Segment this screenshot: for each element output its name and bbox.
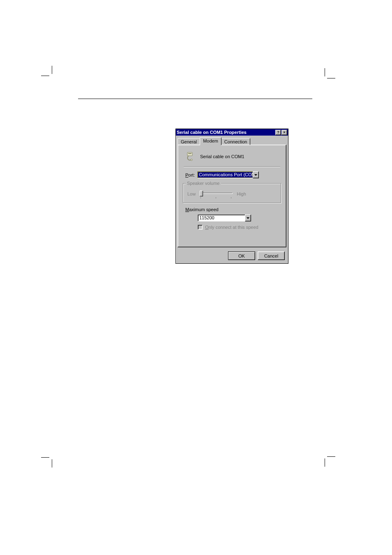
- max-speed-value: 115200: [198, 214, 245, 221]
- speaker-volume-legend: Speaker volume: [186, 181, 221, 186]
- close-icon: ×: [283, 131, 285, 134]
- max-speed-dropdown-button[interactable]: [245, 214, 251, 221]
- speaker-low-label: Low: [187, 191, 196, 196]
- speaker-high-label: High: [237, 191, 246, 196]
- properties-dialog: Serial cable on COM1 Properties ? × Gene…: [175, 129, 288, 264]
- speaker-volume-slider: [200, 190, 233, 198]
- device-name: Serial cable on COM1: [200, 154, 244, 159]
- modem-icon: [184, 151, 196, 162]
- port-label: Port:: [185, 173, 195, 177]
- tabstrip: General Modem Connection: [178, 137, 286, 145]
- port-dropdown-button[interactable]: [253, 171, 259, 178]
- chevron-down-icon: [254, 174, 257, 176]
- only-connect-checkbox: [198, 225, 203, 230]
- close-button[interactable]: ×: [281, 130, 287, 135]
- titlebar[interactable]: Serial cable on COM1 Properties ? ×: [176, 129, 288, 136]
- port-value: Communications Port (COM1): [197, 171, 253, 178]
- max-speed-label: Maximum speed: [185, 207, 279, 212]
- tab-general[interactable]: General: [178, 138, 200, 145]
- help-button[interactable]: ?: [275, 130, 281, 135]
- tab-modem[interactable]: Modem: [200, 137, 221, 145]
- svg-rect-1: [188, 153, 191, 154]
- window-title: Serial cable on COM1 Properties: [177, 130, 275, 135]
- speaker-volume-group: Speaker volume Low High: [183, 183, 281, 203]
- tab-connection[interactable]: Connection: [221, 138, 251, 145]
- page-divider: [78, 99, 312, 99]
- port-combobox[interactable]: Communications Port (COM1): [197, 171, 259, 178]
- cancel-button[interactable]: Cancel: [258, 251, 285, 260]
- help-icon: ?: [277, 131, 279, 134]
- chevron-down-icon: [247, 217, 249, 219]
- separator: [184, 166, 280, 167]
- max-speed-combobox[interactable]: 115200: [198, 214, 251, 221]
- tab-panel-modem: Serial cable on COM1 Port: Communication…: [178, 145, 286, 247]
- svg-point-2: [191, 159, 192, 161]
- only-connect-label: Only connect at this speed: [205, 225, 258, 230]
- ok-button[interactable]: OK: [228, 251, 255, 260]
